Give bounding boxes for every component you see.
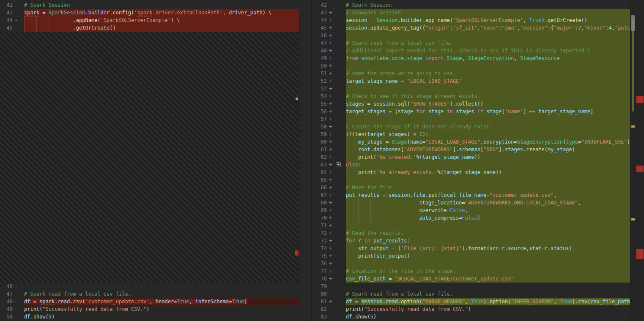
code-line[interactable]: 57+ [312, 115, 630, 123]
code-line[interactable]: 62+ print('%s created.'%(target_stage_na… [312, 153, 630, 161]
overview-mark-warn[interactable] [631, 218, 635, 220]
code-text[interactable]: str_output = ("File {src}: {stat}").form… [346, 245, 630, 252]
code-line[interactable]: 59+if(len(target_stages) < 1): [312, 131, 630, 138]
code-text[interactable]: else: [346, 161, 630, 169]
code-line[interactable]: 43-spark = SparkSession.builder.config('… [0, 9, 299, 16]
code-line[interactable]: 58+# Create the stage if it does not alr… [312, 123, 630, 131]
code-line[interactable]: 56+target_stages = [stage for stage in s… [312, 108, 630, 115]
code-line[interactable]: 67+put_results = session.file.put(local_… [312, 191, 630, 199]
code-line[interactable]: 42# Spark Session [312, 1, 630, 9]
code-text[interactable]: # Create the stage if it does not alread… [346, 123, 630, 131]
code-line[interactable]: 48-df = spark.read.csv('customer_update.… [0, 298, 299, 305]
overview-mark-del[interactable] [636, 166, 644, 172]
overview-mark-warn[interactable] [296, 98, 298, 100]
code-line[interactable]: 45+session.update_query_tag({"origin":"s… [312, 24, 630, 32]
pane-divider[interactable] [299, 0, 312, 321]
code-line[interactable]: 75+ print(str_output) [312, 252, 630, 260]
code-text[interactable] [346, 115, 630, 123]
code-text[interactable]: put_results = session.file.put(local_fil… [346, 191, 630, 199]
code-text[interactable] [346, 283, 630, 290]
code-text[interactable] [346, 176, 630, 184]
code-text[interactable]: overwrite=False, [346, 207, 630, 214]
code-line[interactable]: 77+# Location of the file in the stage. [312, 267, 630, 275]
code-text[interactable]: csv_file_path = "@LOCAL_LOAD_STAGE/custo… [346, 275, 630, 283]
code-line[interactable]: 83df.show(5) [312, 313, 630, 321]
code-text[interactable]: # Check to see if this stage already exi… [346, 92, 630, 100]
code-text[interactable] [346, 32, 630, 39]
code-line[interactable]: 46+ [312, 32, 630, 39]
code-line[interactable]: 45- .getOrCreate() [0, 24, 299, 32]
fold-icon[interactable]: + [336, 162, 341, 167]
code-line[interactable]: 49print("Successfully read data from CSV… [0, 305, 299, 313]
code-line[interactable]: 82print("Successfully read data from CSV… [312, 305, 630, 313]
code-line[interactable]: 50+ [312, 62, 630, 70]
diff-pane-original[interactable]: 42# Spark Session43-spark = SparkSession… [0, 0, 299, 321]
code-text[interactable]: spark = SparkSession.builder.config('spa… [24, 9, 299, 16]
overview-ruler[interactable] [630, 0, 644, 321]
code-line[interactable]: 42# Spark Session [0, 1, 299, 9]
code-line[interactable]: 47# Spark read from a local csv file. [0, 290, 299, 298]
overview-mark-del[interactable] [636, 96, 644, 103]
code-line[interactable]: 55+stages = session.sql("SHOW STAGES").c… [312, 100, 630, 108]
code-line[interactable]: 71+ [312, 222, 630, 229]
code-line[interactable]: 44- .appName('SparkSQLServerExample') \ [0, 16, 299, 24]
code-text[interactable]: .getOrCreate() [24, 24, 299, 32]
code-text[interactable]: .appName('SparkSQLServerExample') \ [24, 16, 299, 24]
code-text[interactable]: target_stage_name = "LOCAL_LOAD_STAGE" [346, 77, 630, 85]
code-text[interactable]: if(len(target_stages) < 1): [346, 131, 630, 138]
code-text[interactable]: # name the stage we're going to use. [346, 70, 630, 77]
code-line[interactable]: 60+ my_stage = Stage(name="LOCAL_LOAD_ST… [312, 138, 630, 146]
code-text[interactable]: df = spark.read.csv('customer_update.csv… [24, 298, 299, 305]
overview-mark-warn[interactable] [631, 125, 635, 128]
code-text[interactable]: # Read the results. [346, 229, 630, 237]
code-line[interactable]: 79 [312, 283, 630, 290]
code-line[interactable]: 70+ auto_compress=False) [312, 214, 630, 222]
code-text[interactable] [346, 222, 630, 229]
code-text[interactable]: df.show(5) [346, 313, 630, 321]
code-text[interactable] [346, 85, 630, 92]
code-text[interactable]: root.databases["ADVENTUREWORKS"].schemas… [346, 146, 630, 153]
code-line[interactable]: 50df.show(5) [0, 313, 299, 321]
scrollbar-thumb[interactable] [631, 15, 635, 31]
code-text[interactable]: session = Session.builder.app_name('Spar… [346, 16, 630, 24]
code-line[interactable]: 49+from snowflake.core.stage import Stag… [312, 54, 630, 62]
code-line[interactable]: 78+csv_file_path = "@LOCAL_LOAD_STAGE/cu… [312, 275, 630, 283]
code-line[interactable]: 51+# name the stage we're going to use. [312, 70, 630, 77]
diff-pane-modified[interactable]: 42# Spark Session43+# Snowpark Session44… [312, 0, 630, 321]
code-text[interactable]: # Spark Session [24, 1, 299, 9]
code-line[interactable]: 53+ [312, 85, 630, 92]
code-line[interactable]: 54+# Check to see if this stage already … [312, 92, 630, 100]
code-text[interactable]: df.show(5) [24, 313, 299, 321]
code-text[interactable]: stages = session.sql("SHOW STAGES").coll… [346, 100, 630, 108]
code-text[interactable]: print("Successfully read data from CSV."… [24, 305, 299, 313]
code-text[interactable]: from snowflake.core.stage import Stage, … [346, 54, 630, 62]
code-text[interactable]: # Spark Session [346, 1, 630, 9]
code-line[interactable]: 47+# Spark read from a local csv file. [312, 39, 630, 47]
code-text[interactable] [346, 260, 630, 267]
code-line[interactable]: 66+# Move the file. [312, 184, 630, 191]
code-line[interactable]: 61+ root.databases["ADVENTUREWORKS"].sch… [312, 146, 630, 153]
code-text[interactable]: print('%s created.'%(target_stage_name)) [346, 153, 630, 161]
code-line[interactable]: 73+for r in put_results: [312, 237, 630, 245]
code-line[interactable]: 63++else: [312, 161, 630, 169]
code-text[interactable]: print("Successfully read data from CSV."… [346, 305, 630, 313]
code-text[interactable]: # Spark read from a local csv file. [346, 39, 630, 47]
code-text[interactable]: target_stages = [stage for stage in stag… [346, 108, 630, 115]
code-text[interactable] [346, 62, 630, 70]
code-line[interactable]: 80# Spark read from a local csv file. [312, 290, 630, 298]
code-text[interactable]: session.update_query_tag({"origin":"sf_s… [346, 24, 630, 32]
code-line[interactable]: 48+# Additional import needed for this. … [312, 47, 630, 54]
overview-mark-add[interactable] [632, 19, 634, 112]
code-text[interactable]: stage_location="ADVENTUREWORKS.DBO.LOCAL… [346, 199, 630, 207]
code-text[interactable]: # Additional import needed for this. (Ch… [346, 47, 630, 54]
code-text[interactable]: print('%s already exists.'%(target_stage… [346, 169, 630, 176]
code-text[interactable]: auto_compress=False) [346, 214, 630, 222]
code-text[interactable]: # Location of the file in the stage. [346, 267, 630, 275]
code-text[interactable]: # Spark read from a local csv file. [346, 290, 630, 298]
code-text[interactable]: # Move the file. [346, 184, 630, 191]
code-text[interactable]: for r in put_results: [346, 237, 630, 245]
code-line[interactable]: 65+ [312, 176, 630, 184]
code-text[interactable]: my_stage = Stage(name="LOCAL_LOAD_STAGE"… [346, 138, 630, 146]
code-line[interactable]: 74+ str_output = ("File {src}: {stat}").… [312, 245, 630, 252]
code-text[interactable]: # Snowpark Session [346, 9, 630, 16]
